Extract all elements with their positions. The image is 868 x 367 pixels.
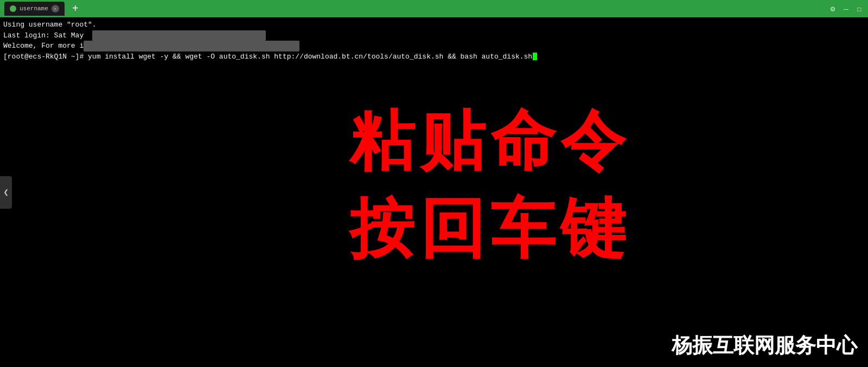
titlebar-controls: ⚙ — ☐ (831, 4, 861, 14)
terminal-line-1: Using username "root". (3, 20, 865, 30)
tab-close-button[interactable]: ✕ (52, 5, 59, 12)
titlebar-left: username ✕ + (4, 1, 83, 16)
overlay-line2: 按回车键 (349, 192, 630, 264)
overlay-instructions: 粘贴命令 按回车键 (349, 105, 630, 264)
terminal-line-3: Welcome, For more i (3, 41, 865, 51)
tab-status-dot (10, 5, 16, 12)
terminal-cursor (533, 53, 537, 60)
add-tab-button[interactable]: + (68, 1, 83, 16)
terminal-line-2: Last login: Sat May (3, 30, 865, 41)
tab-label: username (20, 5, 48, 12)
settings-icon[interactable]: ⚙ (831, 4, 835, 14)
titlebar: username ✕ + ⚙ — ☐ (0, 0, 868, 17)
watermark: 杨振互联网服务中心 (672, 332, 857, 359)
terminal-line-4: [root@ecs-RkQ1N ~]# yum install wget -y … (3, 51, 865, 62)
terminal-output: Using username "root". Last login: Sat M… (0, 17, 868, 64)
overlay-line1: 粘贴命令 (349, 105, 630, 176)
nav-arrow-left[interactable]: ❮ (0, 176, 12, 209)
terminal-window[interactable]: Using username "root". Last login: Sat M… (0, 17, 868, 367)
blurred-info-2 (84, 41, 299, 51)
maximize-button[interactable]: ☐ (857, 4, 861, 14)
blurred-info-1 (92, 30, 266, 41)
minimize-button[interactable]: — (844, 4, 848, 13)
active-tab[interactable]: username ✕ (4, 2, 65, 16)
